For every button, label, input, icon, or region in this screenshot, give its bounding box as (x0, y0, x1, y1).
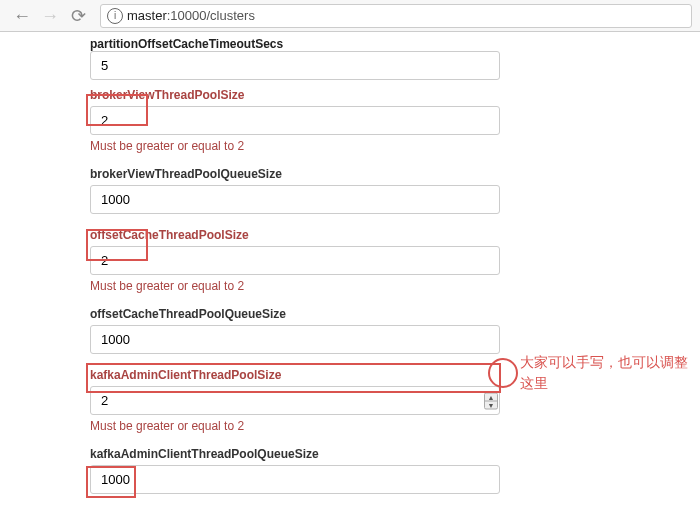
input-brokerViewThreadPoolSize[interactable] (90, 106, 500, 135)
help-brokerViewThreadPoolSize: Must be greater or equal to 2 (90, 139, 500, 153)
spinner-down-icon[interactable]: ▼ (485, 401, 497, 408)
annotation-text: 大家可以手写，也可以调整这里 (520, 352, 700, 394)
field-label-partitionOffsetCacheTimeoutSecs: partitionOffsetCacheTimeoutSecs (90, 36, 500, 51)
field-label-offsetCacheThreadPoolSize: offsetCacheThreadPoolSize (90, 228, 500, 242)
input-brokerViewThreadPoolQueueSize[interactable] (90, 185, 500, 214)
help-offsetCacheThreadPoolSize: Must be greater or equal to 2 (90, 279, 500, 293)
input-offsetCacheThreadPoolSize[interactable] (90, 246, 500, 275)
input-kafkaAdminClientThreadPoolSize[interactable] (90, 386, 500, 415)
browser-toolbar: ← → ⟳ i master:10000/clusters (0, 0, 700, 32)
cluster-form: partitionOffsetCacheTimeoutSecs brokerVi… (90, 32, 500, 506)
field-label-brokerViewThreadPoolSize: brokerViewThreadPoolSize (90, 88, 500, 102)
input-partitionOffsetCacheTimeoutSecs[interactable] (90, 51, 500, 80)
info-icon: i (107, 8, 123, 24)
number-spinner[interactable]: ▲▼ (484, 392, 498, 409)
field-label-brokerViewThreadPoolQueueSize: brokerViewThreadPoolQueueSize (90, 167, 500, 181)
input-kafkaAdminClientThreadPoolQueueSize[interactable] (90, 465, 500, 494)
field-label-offsetCacheThreadPoolQueueSize: offsetCacheThreadPoolQueueSize (90, 307, 500, 321)
back-button[interactable]: ← (8, 4, 36, 28)
spinner-up-icon[interactable]: ▲ (485, 393, 497, 401)
forward-button[interactable]: → (36, 4, 64, 28)
field-label-kafkaAdminClientThreadPoolSize: kafkaAdminClientThreadPoolSize (90, 368, 500, 382)
reload-button[interactable]: ⟳ (64, 4, 92, 28)
input-offsetCacheThreadPoolQueueSize[interactable] (90, 325, 500, 354)
address-bar[interactable]: i master:10000/clusters (100, 4, 692, 28)
url-text: master:10000/clusters (127, 8, 255, 23)
help-kafkaAdminClientThreadPoolSize: Must be greater or equal to 2 (90, 419, 500, 433)
field-label-kafkaAdminClientThreadPoolQueueSize: kafkaAdminClientThreadPoolQueueSize (90, 447, 500, 461)
